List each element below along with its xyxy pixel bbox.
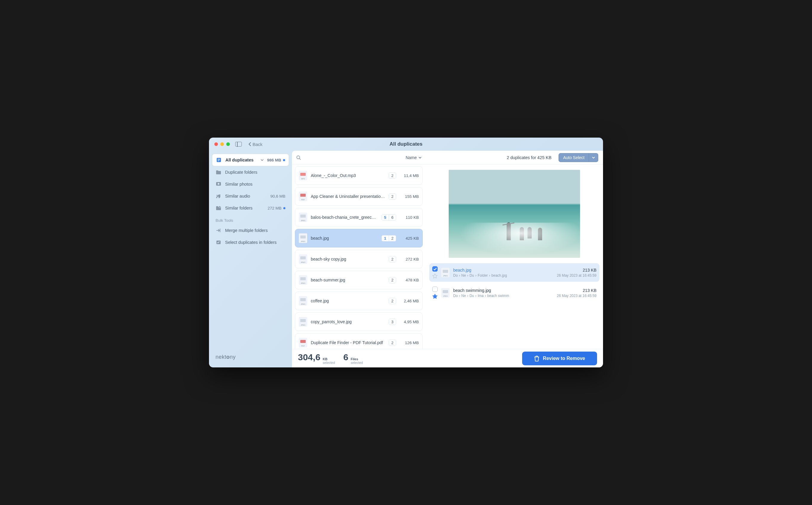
file-name: beach-summer.jpg bbox=[311, 278, 385, 282]
back-label: Back bbox=[253, 142, 263, 147]
maximize-window-button[interactable] bbox=[226, 142, 230, 146]
sidebar-item-4[interactable]: Similar folders 272 MB bbox=[212, 202, 289, 214]
breadcrumb: Do›Ne›Du›Folder›beach.jpg bbox=[453, 274, 553, 278]
blue-dot-icon bbox=[283, 159, 285, 161]
file-size: 126 MB bbox=[400, 341, 419, 345]
file-name: Alone_-_Color_Out.mp3 bbox=[311, 173, 385, 178]
file-type-icon: JPEG bbox=[441, 268, 450, 277]
badge-group: 2 bbox=[389, 256, 396, 262]
sidebar-item-1[interactable]: Duplicate folders bbox=[212, 166, 289, 178]
sidebar-toggle-icon[interactable] bbox=[235, 142, 242, 147]
count-badge: 5 bbox=[382, 215, 389, 220]
svg-point-5 bbox=[218, 183, 219, 185]
badge-group: 56 bbox=[381, 214, 396, 220]
minimize-window-button[interactable] bbox=[220, 142, 224, 146]
tool-icon bbox=[215, 239, 221, 245]
file-size: 4,95 MB bbox=[400, 320, 419, 324]
checkbox[interactable] bbox=[432, 287, 438, 292]
star-icon[interactable] bbox=[432, 274, 438, 279]
stat-size-unit: KB bbox=[323, 357, 335, 361]
file-row[interactable]: PDF Duplicate File Finder - PDF Tutorial… bbox=[295, 333, 423, 349]
sort-dropdown[interactable]: Name bbox=[406, 155, 422, 160]
duplicate-filename: beach.jpg bbox=[453, 268, 553, 273]
file-list[interactable]: MP3 Alone_-_Color_Out.mp3 2 11,4 MBPDF A… bbox=[292, 164, 426, 349]
checkbox[interactable] bbox=[432, 266, 438, 272]
stat-size: 304,6 KB selected bbox=[298, 352, 335, 364]
sidebar-tool-1[interactable]: Select duplicates in folders bbox=[212, 236, 289, 248]
file-row[interactable]: JPEG beach.jpg 12 425 KB bbox=[295, 229, 423, 247]
file-type-icon: PDF bbox=[299, 192, 307, 201]
sidebar-item-label: All duplicates bbox=[225, 158, 259, 162]
trash-icon bbox=[534, 355, 539, 361]
sidebar-icon bbox=[215, 193, 221, 199]
duplicate-size: 213 KB bbox=[557, 288, 597, 293]
svg-point-8 bbox=[219, 206, 220, 208]
stat-files: 6 Files selected bbox=[343, 352, 363, 364]
stat-size-sub: selected bbox=[323, 361, 335, 364]
duplicate-row[interactable]: JPEG beach swimming.jpg Do›Ne›Du›Ima›bea… bbox=[429, 284, 600, 302]
sidebar-section-label: Bulk Tools bbox=[212, 214, 289, 224]
star-icon[interactable] bbox=[432, 294, 438, 299]
sidebar-tool-label: Select duplicates in folders bbox=[225, 240, 285, 245]
file-type-icon: JPEG bbox=[299, 296, 307, 306]
search-icon[interactable] bbox=[296, 155, 301, 160]
auto-select-chevron[interactable] bbox=[589, 153, 598, 162]
file-row[interactable]: MP3 Alone_-_Color_Out.mp3 2 11,4 MB bbox=[295, 166, 423, 185]
sidebar-tool-0[interactable]: Merge multiple folders bbox=[212, 224, 289, 236]
count-badge: 2 bbox=[389, 235, 396, 241]
count-badge: 2 bbox=[389, 257, 396, 262]
auto-select-label: Auto Select bbox=[558, 153, 589, 162]
sidebar-item-2[interactable]: Similar photos bbox=[212, 178, 289, 190]
file-row[interactable]: JPEG balos-beach-chania_crete_greece.j… … bbox=[295, 208, 423, 226]
auto-select-button[interactable]: Auto Select bbox=[558, 153, 598, 162]
file-list-pane: Name MP3 Alone_-_Color_Out.mp3 2 11,4 MB… bbox=[292, 151, 426, 349]
sidebar-item-0[interactable]: All duplicates 986 MB bbox=[212, 154, 289, 166]
count-badge: 2 bbox=[389, 298, 396, 304]
file-row[interactable]: JPEG beach-summer.jpg 2 478 KB bbox=[295, 271, 423, 289]
window-title: All duplicates bbox=[389, 141, 423, 147]
back-button[interactable]: Back bbox=[249, 142, 263, 147]
file-row[interactable]: JPEG beach-sky copy.jpg 2 272 KB bbox=[295, 250, 423, 268]
badge-group: 2 bbox=[389, 340, 396, 346]
sidebar-item-3[interactable]: Similar audio 90,6 MB bbox=[212, 190, 289, 202]
badge-group: 2 bbox=[389, 173, 396, 179]
count-badge: 2 bbox=[389, 194, 396, 199]
file-size: 2,46 MB bbox=[400, 299, 419, 303]
review-label: Review to Remove bbox=[543, 356, 585, 361]
file-name: Duplicate File Finder - PDF Tutorial.pdf bbox=[311, 340, 385, 345]
stat-files-sub: selected bbox=[351, 361, 363, 364]
stat-files-unit: Files bbox=[351, 357, 363, 361]
duplicate-size: 213 KB bbox=[557, 268, 597, 273]
sidebar-item-meta: 986 MB bbox=[267, 158, 285, 162]
duplicate-row[interactable]: JPEG beach.jpg Do›Ne›Du›Folder›beach.jpg… bbox=[429, 263, 600, 282]
file-type-icon: JPEG bbox=[299, 233, 307, 243]
brand-logo: nektony bbox=[212, 351, 289, 363]
duplicate-meta: 213 KB 26 May 2023 at 16:45:59 bbox=[557, 288, 597, 298]
review-to-remove-button[interactable]: Review to Remove bbox=[522, 352, 597, 365]
titlebar: Back All duplicates bbox=[209, 138, 603, 151]
count-badge: 1 bbox=[382, 235, 389, 241]
file-name: beach-sky copy.jpg bbox=[311, 257, 385, 262]
sidebar: All duplicates 986 MB Duplicate folders … bbox=[209, 151, 292, 367]
close-window-button[interactable] bbox=[214, 142, 218, 146]
sidebar-icon bbox=[216, 157, 222, 163]
chevron-down-icon bbox=[261, 159, 264, 161]
file-row[interactable]: JPEG copy_parrots_love.jpg 3 4,95 MB bbox=[295, 313, 423, 331]
file-size: 272 KB bbox=[400, 257, 419, 262]
sidebar-item-label: Similar folders bbox=[225, 206, 264, 210]
svg-rect-3 bbox=[218, 161, 219, 161]
duplicate-info: beach swimming.jpg Do›Ne›Du›Ima›beach sw… bbox=[453, 288, 553, 298]
file-type-icon: MP3 bbox=[299, 171, 307, 180]
detail-pane: 2 duplicates for 425 KB Auto Select bbox=[426, 151, 603, 349]
chevron-down-icon bbox=[419, 157, 422, 159]
file-row[interactable]: JPEG coffee.jpg 2 2,46 MB bbox=[295, 292, 423, 310]
sidebar-icon bbox=[215, 205, 221, 211]
file-row[interactable]: PDF App Cleaner & Uninstaller presentati… bbox=[295, 187, 423, 206]
file-size: 155 MB bbox=[400, 194, 419, 199]
stat-files-value: 6 bbox=[343, 352, 348, 362]
file-type-icon: JPEG bbox=[441, 288, 450, 298]
tool-icon bbox=[215, 227, 221, 233]
file-size: 110 KB bbox=[400, 215, 419, 220]
file-type-icon: JPEG bbox=[299, 254, 307, 264]
duplicate-meta: 213 KB 26 May 2023 at 16:45:59 bbox=[557, 268, 597, 278]
